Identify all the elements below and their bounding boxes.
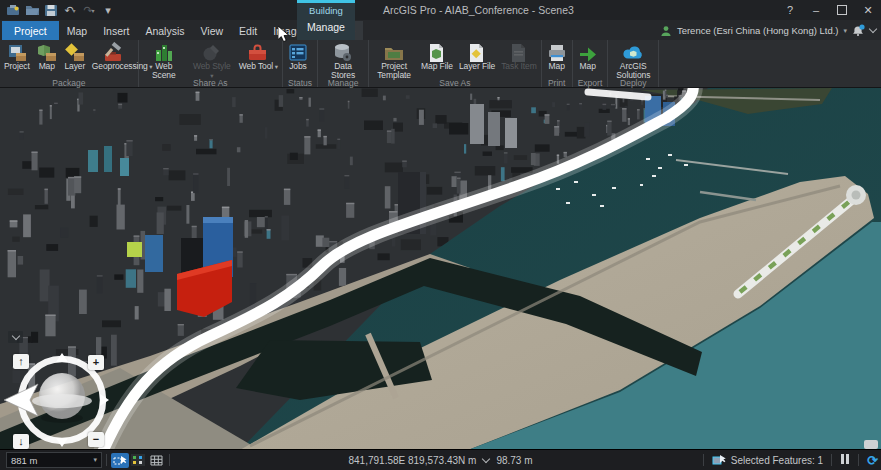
button-label: Map (39, 62, 55, 71)
statusbar: 881 m ▾ 841,791.58E 819,573.43N m 98.73 … (0, 449, 881, 470)
map-file-icon (426, 42, 448, 62)
task-item-button: Task Item (498, 40, 539, 78)
tab-map[interactable]: Map (59, 21, 95, 40)
undo-icon[interactable]: ↶▾ (62, 3, 78, 18)
task-item-icon (508, 42, 530, 62)
divider (703, 454, 704, 466)
navigator-down-button[interactable]: ↓ (13, 434, 29, 449)
runway-tip-building (852, 191, 861, 200)
map-overlay-button[interactable] (864, 440, 878, 449)
tab-manage[interactable]: Manage (297, 17, 355, 36)
ribbon-group-print: MapPrint (542, 40, 573, 87)
tab-project[interactable]: Project (2, 21, 59, 40)
open-project-icon[interactable] (24, 3, 40, 18)
redo-icon[interactable]: ↷▾ (81, 3, 97, 18)
ribbon-share-tab-contents: ProjectMapLayerGeoprocessing ▾PackageWeb… (0, 40, 881, 88)
collapse-ribbon-chevron-icon[interactable] (869, 25, 877, 33)
account-area: Terence (Esri China (Hong Kong) Ltd.) ▾ (660, 22, 876, 39)
project-button[interactable]: Project (1, 40, 33, 78)
divider (858, 454, 859, 466)
account-dropdown-icon[interactable]: ▾ (843, 27, 847, 35)
export-map-icon (577, 42, 599, 62)
statusbar-right: Selected Features: 1 ⟳ (699, 454, 881, 467)
scale-dropdown-icon: ▾ (93, 456, 97, 464)
navigator-up-button[interactable]: ↑ (13, 354, 29, 369)
navigator-zoom-out-button[interactable]: − (88, 432, 104, 447)
signed-in-user[interactable]: Terence (Esri China (Hong Kong) Ltd.) (677, 25, 839, 36)
tab-edit[interactable]: Edit (231, 21, 265, 40)
window-title: ArcGIS Pro - AIAB_Conference - Scene3 (383, 4, 574, 16)
maximize-icon[interactable] (829, 0, 855, 20)
web-scene-button[interactable]: Web Scene (140, 40, 188, 78)
customize-qat-icon[interactable]: ▾ (100, 3, 116, 18)
grid-toggle[interactable] (147, 453, 165, 468)
map-button[interactable]: Map (33, 40, 61, 78)
web-scene-icon (153, 42, 175, 62)
scene-viewport[interactable]: ↑ + ↓ − (0, 88, 881, 450)
contextual-group-label: Building (297, 5, 355, 16)
elevation-readout: 98.73 m (496, 455, 532, 466)
chevron-down-icon (11, 332, 19, 340)
cursor-coordinates: 841,791.58E 819,573.43N m (348, 455, 476, 466)
web-tool-button[interactable]: Web Tool ▾ (236, 40, 281, 78)
geoprocessing-button[interactable]: Geoprocessing ▾ (89, 40, 137, 78)
titlebar: ↶▾↷▾▾ ArcGIS Pro - AIAB_Conference - Sce… (0, 0, 881, 20)
button-label: Map (580, 62, 596, 71)
mouse-cursor (278, 26, 290, 47)
button-label: Web Style ▾ (191, 62, 233, 81)
window-header: ↶▾↷▾▾ ArcGIS Pro - AIAB_Conference - Sce… (0, 0, 881, 40)
ribbon-group-manage: Data StoresManage (318, 40, 369, 87)
minimize-icon[interactable]: – (803, 0, 829, 20)
new-project-icon[interactable] (5, 3, 21, 18)
geoprocessing-icon (102, 42, 124, 62)
button-label: Project (4, 62, 30, 71)
tab-view[interactable]: View (193, 21, 232, 40)
map-file-button[interactable]: Map File (418, 40, 456, 78)
notifications-bell-icon[interactable] (852, 24, 865, 37)
close-icon[interactable]: ✕ (855, 0, 881, 20)
help-icon[interactable]: ? (777, 0, 803, 20)
map-scale-value: 881 m (11, 455, 37, 466)
refresh-view-icon[interactable]: ⟳ (867, 454, 878, 467)
map-scale-select[interactable]: 881 m ▾ (6, 452, 102, 468)
selected-features-count[interactable]: Selected Features: 1 (731, 455, 823, 466)
project-template-button[interactable]: Project Template (370, 40, 418, 78)
quick-access-toolbar: ↶▾↷▾▾ (0, 0, 116, 20)
divider (106, 454, 107, 466)
web-tool-icon (247, 42, 269, 62)
navigator-zoom-in-button[interactable]: + (88, 355, 104, 370)
dropdown-arrow-icon: ▾ (273, 63, 278, 70)
button-label: Task Item (501, 62, 536, 71)
layer-button[interactable]: Layer (61, 40, 89, 78)
group-label-package: Package (1, 78, 137, 90)
package-project-icon (6, 42, 28, 62)
layer-file-button[interactable]: Layer File (456, 40, 498, 78)
web-style-icon (201, 42, 223, 62)
select-tool-toggle[interactable] (111, 453, 129, 468)
ribbon-group-share-as: Web SceneWeb Style ▾Web Tool ▾Share As (139, 40, 283, 87)
map-button[interactable]: Map (574, 40, 602, 78)
coords-dropdown-icon[interactable] (482, 454, 490, 462)
divider (169, 454, 170, 466)
arcgis-solutions-button[interactable]: ArcGIS Solutions (609, 40, 657, 78)
button-label: Map File (421, 62, 453, 71)
tab-analysis[interactable]: Analysis (137, 21, 192, 40)
tab-insert[interactable]: Insert (95, 21, 137, 40)
save-project-icon[interactable] (43, 3, 59, 18)
coordinate-readout: 841,791.58E 819,573.43N m 98.73 m (348, 455, 532, 466)
button-label: Map (549, 62, 565, 71)
scene-3d-view (0, 88, 881, 450)
navigator-collapse-button[interactable] (8, 331, 23, 343)
layer-file-icon (466, 42, 488, 62)
pause-drawing-button[interactable] (840, 454, 850, 466)
button-label: Layer (64, 62, 85, 71)
snapping-toggle[interactable] (129, 453, 147, 468)
ribbon-group-export: MapExport (573, 40, 609, 87)
package-layer-icon (64, 42, 86, 62)
data-stores-button[interactable]: Data Stores (319, 40, 367, 78)
maximize-glyph (837, 5, 847, 15)
print-map-icon (546, 42, 568, 62)
map-button[interactable]: Map (543, 40, 571, 78)
green-roof-building (127, 242, 142, 257)
jobs-icon (287, 42, 309, 62)
